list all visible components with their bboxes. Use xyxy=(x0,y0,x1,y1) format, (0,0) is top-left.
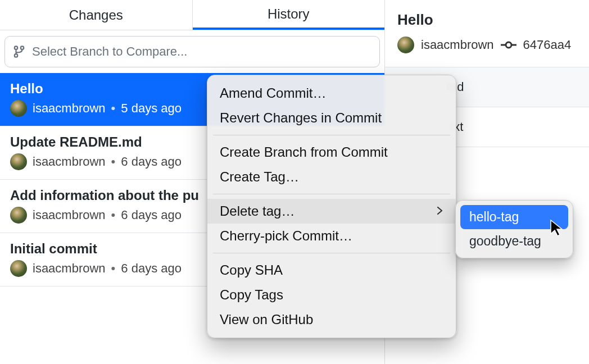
menu-copy-sha[interactable]: Copy SHA xyxy=(207,258,456,283)
separator-dot: • xyxy=(111,261,116,276)
tab-changes[interactable]: Changes xyxy=(0,0,193,30)
menu-cherry-pick[interactable]: Cherry-pick Commit… xyxy=(207,224,456,248)
commit-author: isaacmbrown xyxy=(33,261,106,276)
commit-author: isaacmbrown xyxy=(33,101,106,116)
submenu-item-goodbye-tag[interactable]: goodbye-tag xyxy=(460,229,568,253)
commit-icon xyxy=(501,40,516,50)
branch-compare-placeholder: Select Branch to Compare... xyxy=(32,44,187,59)
branch-compare-select[interactable]: Select Branch to Compare... xyxy=(4,36,380,67)
menu-create-tag[interactable]: Create Tag… xyxy=(207,165,456,189)
tabs: Changes History xyxy=(0,0,384,30)
detail-author: isaacmbrown xyxy=(421,38,494,52)
commit-age: 5 days ago xyxy=(121,101,182,116)
chevron-right-icon xyxy=(437,204,443,219)
svg-point-1 xyxy=(21,46,24,49)
commit-author: isaacmbrown xyxy=(33,154,106,169)
menu-delete-tag[interactable]: Delete tag… xyxy=(207,199,456,224)
avatar xyxy=(10,100,27,117)
separator-dot: • xyxy=(111,208,116,222)
commit-age: 6 days ago xyxy=(121,154,182,169)
svg-point-4 xyxy=(506,42,511,48)
separator-dot: • xyxy=(111,154,116,169)
avatar xyxy=(10,207,27,224)
commit-author: isaacmbrown xyxy=(33,208,106,222)
menu-separator xyxy=(213,253,450,253)
menu-separator xyxy=(213,194,450,194)
svg-point-0 xyxy=(15,46,18,49)
avatar xyxy=(397,37,414,53)
avatar xyxy=(10,260,27,277)
menu-copy-tags[interactable]: Copy Tags xyxy=(207,283,456,307)
commit-age: 6 days ago xyxy=(121,261,182,276)
menu-revert-changes[interactable]: Revert Changes in Commit xyxy=(207,106,456,130)
detail-sha: 6476aa4 xyxy=(523,38,572,52)
menu-view-on-github[interactable]: View on GitHub xyxy=(207,307,456,332)
tab-history[interactable]: History xyxy=(193,0,385,30)
detail-title: Hello xyxy=(397,11,577,29)
git-branch-icon xyxy=(13,46,25,58)
submenu-item-hello-tag[interactable]: hello-tag xyxy=(460,205,568,229)
menu-amend-commit[interactable]: Amend Commit… xyxy=(207,81,456,106)
separator-dot: • xyxy=(111,101,116,116)
delete-tag-submenu: hello-tag goodbye-tag xyxy=(455,200,573,258)
commit-age: 6 days ago xyxy=(121,208,182,222)
avatar xyxy=(10,153,27,170)
menu-create-branch[interactable]: Create Branch from Commit xyxy=(207,140,456,165)
commit-context-menu: Amend Commit… Revert Changes in Commit C… xyxy=(207,75,456,338)
svg-point-2 xyxy=(15,54,18,57)
menu-separator xyxy=(213,135,450,135)
